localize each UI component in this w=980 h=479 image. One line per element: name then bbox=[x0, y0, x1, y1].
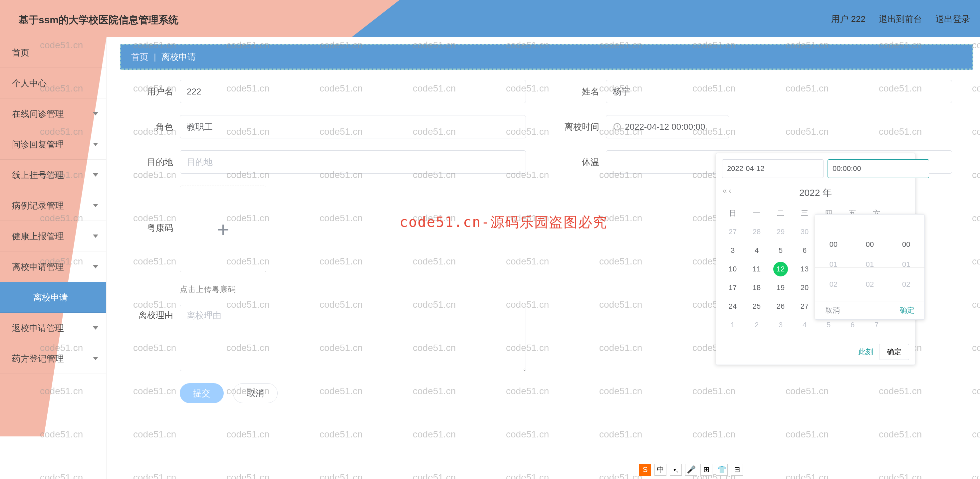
dp-now-button[interactable]: 此刻 bbox=[859, 347, 873, 357]
dp-day[interactable]: 3 bbox=[721, 241, 745, 260]
reason-label: 离校理由 bbox=[120, 309, 173, 321]
dp-day[interactable]: 30 bbox=[792, 222, 816, 241]
sidebar-item[interactable]: 在线问诊管理 bbox=[0, 98, 106, 129]
ime-bar: S 中 •, 🎤 ⊞ 👕 ⊟ bbox=[639, 464, 743, 476]
dp-day[interactable]: 18 bbox=[745, 278, 768, 297]
breadcrumb-home[interactable]: 首页 bbox=[131, 51, 148, 63]
username-field[interactable] bbox=[180, 80, 526, 103]
name-field[interactable] bbox=[606, 80, 952, 103]
dest-label: 目的地 bbox=[120, 156, 173, 168]
temp-label: 体温 bbox=[546, 156, 599, 168]
main-content: 首页 | 离校申请 用户名 姓名 角色 离校时间 bbox=[107, 37, 980, 479]
chevron-down-icon bbox=[93, 265, 98, 268]
ime-icon-1[interactable]: •, bbox=[670, 464, 682, 476]
dp-day[interactable]: 6 bbox=[792, 241, 816, 260]
chevron-down-icon bbox=[93, 326, 98, 330]
plus-icon: ＋ bbox=[213, 216, 233, 243]
dp-day[interactable]: 24 bbox=[721, 297, 745, 316]
dp-weekday: 二 bbox=[768, 204, 792, 222]
chevron-down-icon bbox=[93, 112, 98, 116]
app-title: 基于ssm的大学校医院信息管理系统 bbox=[19, 13, 178, 27]
chevron-down-icon bbox=[93, 235, 98, 238]
dp-day[interactable]: 2 bbox=[745, 316, 768, 334]
leave-time-label: 离校时间 bbox=[546, 121, 599, 133]
dp-weekday: 三 bbox=[792, 204, 816, 222]
dp-weekday: 一 bbox=[745, 204, 768, 222]
dp-day[interactable]: 13 bbox=[792, 260, 816, 278]
time-col[interactable]: 000102 bbox=[888, 214, 924, 301]
dp-day[interactable]: 11 bbox=[745, 260, 768, 278]
dp-day[interactable]: 27 bbox=[792, 297, 816, 316]
sidebar: 首页个人中心在线问诊管理问诊回复管理线上挂号管理病例记录管理健康上报管理离校申请… bbox=[0, 37, 107, 479]
dp-day[interactable]: 28 bbox=[745, 222, 768, 241]
sidebar-item[interactable]: 离校申请管理 bbox=[0, 252, 106, 282]
header-actions: 用户 222 退出到前台 退出登录 bbox=[831, 13, 970, 25]
dp-day[interactable]: 12 bbox=[768, 260, 792, 278]
leave-time-field[interactable]: 2022-04-12 00:00:00 bbox=[606, 115, 729, 138]
time-col[interactable]: 000102 bbox=[851, 214, 888, 301]
chevron-down-icon bbox=[93, 143, 98, 146]
dp-nav-prev[interactable]: « ‹ bbox=[723, 187, 731, 195]
username-label: 用户名 bbox=[120, 86, 173, 97]
dp-day[interactable]: 17 bbox=[721, 278, 745, 297]
chevron-down-icon bbox=[93, 204, 98, 207]
dp-weekday: 日 bbox=[721, 204, 745, 222]
cancel-button[interactable]: 取消 bbox=[233, 383, 278, 403]
dp-day[interactable]: 29 bbox=[768, 222, 792, 241]
dp-date-input[interactable] bbox=[722, 159, 824, 178]
sidebar-item[interactable]: 离校申请 bbox=[0, 282, 106, 312]
dp-ok-button[interactable]: 确定 bbox=[879, 344, 909, 360]
dp-day[interactable]: 3 bbox=[768, 316, 792, 334]
chevron-down-icon bbox=[93, 357, 98, 360]
sidebar-item[interactable]: 病例记录管理 bbox=[0, 190, 106, 221]
breadcrumb-sep: | bbox=[154, 52, 156, 62]
clock-icon bbox=[613, 122, 622, 131]
sidebar-item[interactable]: 问诊回复管理 bbox=[0, 129, 106, 160]
dp-day[interactable]: 20 bbox=[792, 278, 816, 297]
dp-day[interactable]: 27 bbox=[721, 222, 745, 241]
code-label: 粤康码 bbox=[120, 222, 173, 234]
dp-day[interactable]: 4 bbox=[745, 241, 768, 260]
time-picker-popup: 000102000102000102 取消 确定 bbox=[815, 214, 925, 320]
ime-person-icon[interactable]: 👕 bbox=[716, 464, 728, 476]
dp-year-header: « ‹ 2022 年 bbox=[716, 184, 915, 204]
dp-day[interactable]: 1 bbox=[721, 316, 745, 334]
upload-box[interactable]: ＋ bbox=[180, 186, 266, 272]
sidebar-item[interactable]: 药方登记管理 bbox=[0, 343, 106, 374]
name-label: 姓名 bbox=[546, 86, 599, 97]
dp-day[interactable]: 25 bbox=[745, 297, 768, 316]
sidebar-item[interactable]: 返校申请管理 bbox=[0, 312, 106, 343]
sidebar-item[interactable]: 个人中心 bbox=[0, 68, 106, 98]
time-ok-button[interactable]: 确定 bbox=[900, 305, 915, 316]
chevron-down-icon bbox=[93, 173, 98, 177]
dp-day[interactable]: 19 bbox=[768, 278, 792, 297]
ime-s-icon[interactable]: S bbox=[639, 464, 651, 476]
breadcrumb-current: 离校申请 bbox=[161, 51, 196, 63]
ime-mic-icon[interactable]: 🎤 bbox=[685, 464, 697, 476]
sidebar-item[interactable]: 健康上报管理 bbox=[0, 221, 106, 252]
role-label: 角色 bbox=[120, 121, 173, 133]
role-field[interactable] bbox=[180, 115, 526, 138]
sidebar-item[interactable]: 线上挂号管理 bbox=[0, 160, 106, 190]
breadcrumb: 首页 | 离校申请 bbox=[120, 44, 973, 70]
ime-zh[interactable]: 中 bbox=[654, 464, 667, 476]
app-header: 基于ssm的大学校医院信息管理系统 用户 222 退出到前台 退出登录 bbox=[0, 0, 980, 37]
dp-time-input[interactable] bbox=[827, 159, 929, 178]
logout-link[interactable]: 退出登录 bbox=[935, 13, 970, 25]
dp-day[interactable]: 26 bbox=[768, 297, 792, 316]
dp-day[interactable]: 5 bbox=[768, 241, 792, 260]
dp-day[interactable]: 10 bbox=[721, 260, 745, 278]
exit-front-link[interactable]: 退出到前台 bbox=[879, 13, 922, 25]
submit-button[interactable]: 提交 bbox=[180, 383, 224, 403]
dp-day[interactable]: 4 bbox=[792, 316, 816, 334]
time-columns[interactable]: 000102000102000102 bbox=[815, 214, 924, 301]
ime-icon-3[interactable]: ⊞ bbox=[700, 464, 712, 476]
reason-field[interactable] bbox=[180, 305, 526, 371]
ime-grid-icon[interactable]: ⊟ bbox=[731, 464, 743, 476]
time-col[interactable]: 000102 bbox=[815, 214, 851, 301]
user-label[interactable]: 用户 222 bbox=[831, 13, 865, 25]
time-cancel-button[interactable]: 取消 bbox=[825, 305, 840, 316]
sidebar-item[interactable]: 首页 bbox=[0, 37, 106, 68]
dest-field[interactable] bbox=[180, 151, 526, 174]
sidebar-menu: 首页个人中心在线问诊管理问诊回复管理线上挂号管理病例记录管理健康上报管理离校申请… bbox=[0, 37, 106, 374]
